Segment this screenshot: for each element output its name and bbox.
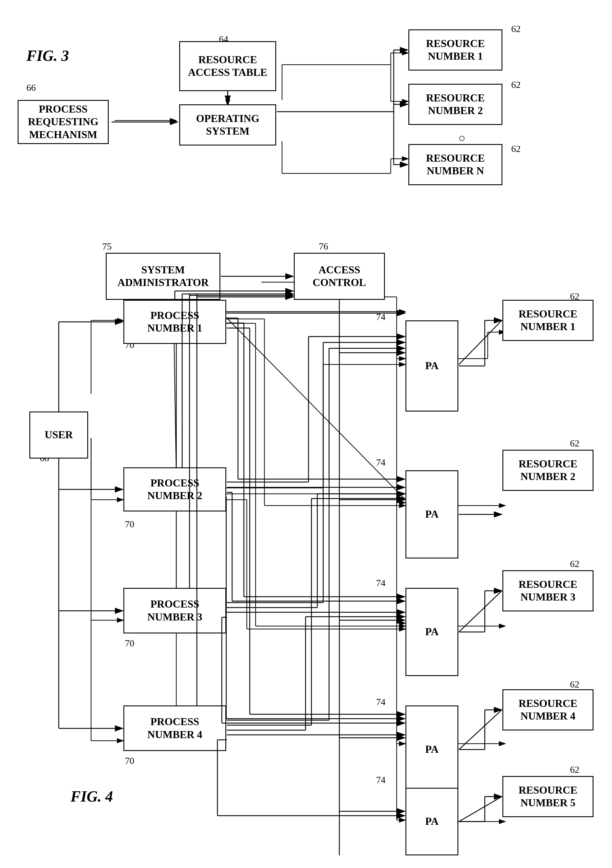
svg-line-149 [459,710,502,750]
r4-box-fig4: RESOURCENUMBER 4 [502,689,593,730]
pa2-ref: 74 [376,457,385,468]
r2-ref-fig4: 62 [570,438,580,449]
ac-box: ACCESSCONTROL [294,253,385,300]
p3-ref: 70 [125,638,134,649]
pa2-box: PA [405,470,458,558]
pa5-ref: 74 [376,775,385,786]
p4-ref: 70 [125,755,134,766]
p2-box: PROCESSNUMBER 2 [124,467,226,512]
pa3-box: PA [405,588,458,676]
p2-ref: 70 [125,519,134,530]
ac-ref: 76 [319,241,328,252]
svg-line-153 [459,797,502,822]
pa4-ref: 74 [376,697,385,707]
r4-ref-fig4: 62 [570,679,580,690]
sysadmin-ref: 75 [102,241,112,252]
r2-box-fig3: RESOURCENUMBER 2 [408,84,502,125]
sysadmin-box: SYSTEMADMINISTRATOR [106,253,220,300]
r5-box-fig4: RESOURCENUMBER 5 [502,776,593,817]
fig3-label: FIG. 3 [26,47,69,64]
r5-ref-fig4: 62 [570,764,580,775]
r3-ref-fig4: 62 [570,558,580,569]
pa1-box: PA [405,320,458,412]
rat-box: RESOURCEACCESS TABLE [179,41,276,91]
os-box: OPERATINGSYSTEM [179,104,276,146]
pa3-ref: 74 [376,578,385,589]
rn-ref-fig3: 62 [511,143,521,154]
pa4-box: PA [405,705,458,794]
rn-box-fig3: RESOURCENUMBER N [408,144,502,185]
r2-box-fig4: RESOURCENUMBER 2 [502,450,593,491]
r1-box-fig4: RESOURCENUMBER 1 [502,300,593,341]
svg-line-138 [459,320,502,364]
pa1-ref: 74 [376,312,385,322]
p4-box: PROCESSNUMBER 4 [124,705,226,751]
prm-box: PROCESS REQUESTINGMECHANISM [18,100,109,144]
r1-ref-fig3: 62 [511,23,521,34]
diagram-container: FIG. 3 64 60 66 RESOURCEACCESS TABLE OPE… [0,0,612,868]
pa5-box: PA [405,788,458,856]
r2-ref-fig3: 62 [511,79,521,90]
r3-box-fig4: RESOURCENUMBER 3 [502,570,593,611]
svg-line-144 [459,591,502,632]
user-box: USER [29,412,88,459]
p1-box: PROCESSNUMBER 1 [124,300,226,344]
prm-ref: 66 [26,82,36,93]
fig4-label: FIG. 4 [71,788,113,805]
p3-box: PROCESSNUMBER 3 [124,588,226,634]
svg-line-41 [226,318,405,500]
r1-box-fig3: RESOURCENUMBER 1 [408,29,502,71]
